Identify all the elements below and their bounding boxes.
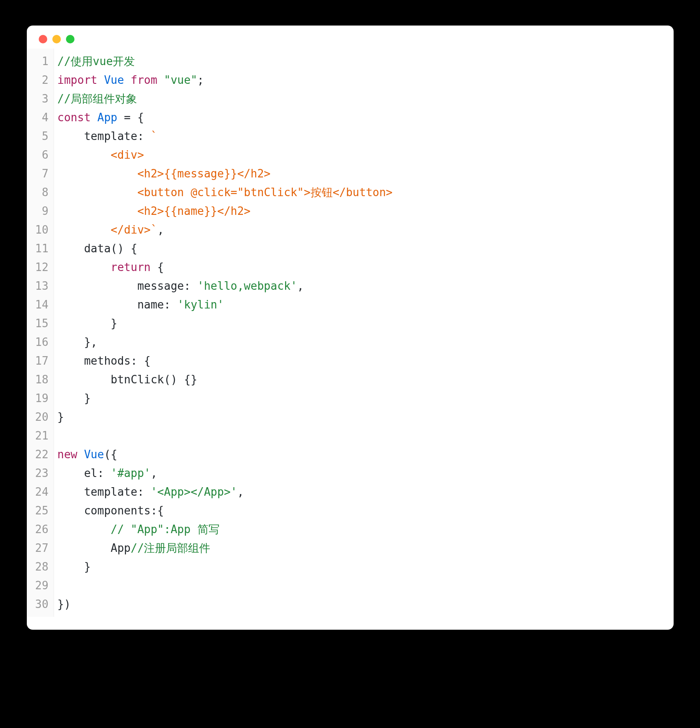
close-icon[interactable] <box>39 35 47 43</box>
code-token: '#app' <box>111 467 151 480</box>
line-number: 6 <box>35 146 49 164</box>
code-token: components:{ <box>57 504 164 517</box>
line-number: 23 <box>35 464 49 482</box>
code-token: , <box>151 467 157 480</box>
minimize-icon[interactable] <box>52 35 61 43</box>
code-token: }, <box>57 336 97 348</box>
line-number: 21 <box>35 426 49 445</box>
line-number: 25 <box>35 501 49 520</box>
line-number: 12 <box>35 258 49 277</box>
code-token: const <box>57 111 91 124</box>
code-token: { <box>151 261 164 274</box>
line-number: 29 <box>35 576 49 595</box>
line-number: 2 <box>35 71 49 89</box>
window-titlebar <box>27 26 674 49</box>
code-token: <div> <box>57 148 144 161</box>
code-content[interactable]: //使用vue开发import Vue from "vue";//局部组件对象c… <box>54 49 674 617</box>
code-token: new <box>57 448 77 461</box>
line-number: 7 <box>35 164 49 183</box>
code-token: 'kylin' <box>177 298 224 311</box>
code-token: } <box>57 392 91 405</box>
code-token: App <box>57 542 131 554</box>
code-token: ({ <box>104 448 117 461</box>
code-token: //使用vue开发 <box>57 55 135 68</box>
code-area: 1 2 3 4 5 6 7 8 9 10 11 12 13 14 15 16 1… <box>27 49 674 630</box>
line-number: 28 <box>35 557 49 576</box>
line-number: 18 <box>35 370 49 389</box>
code-token: 'hello,webpack' <box>197 280 297 292</box>
line-number: 10 <box>35 220 49 239</box>
code-token: el: <box>57 467 111 480</box>
line-number: 5 <box>35 127 49 146</box>
line-number: 8 <box>35 183 49 202</box>
code-token: name: <box>57 298 177 311</box>
line-number: 26 <box>35 520 49 539</box>
code-token: , <box>237 485 244 498</box>
maximize-icon[interactable] <box>66 35 74 43</box>
line-number: 22 <box>35 445 49 464</box>
code-token: import <box>57 74 97 86</box>
line-number: 27 <box>35 539 49 557</box>
code-token: </div> <box>57 223 151 236</box>
code-token <box>57 261 111 274</box>
line-number: 20 <box>35 408 49 426</box>
code-token: template: <box>57 485 151 498</box>
code-window: 1 2 3 4 5 6 7 8 9 10 11 12 13 14 15 16 1… <box>27 26 674 630</box>
code-token: return <box>111 261 151 274</box>
code-token: btnClick() {} <box>57 373 197 386</box>
line-number-gutter: 1 2 3 4 5 6 7 8 9 10 11 12 13 14 15 16 1… <box>27 49 54 617</box>
line-number: 11 <box>35 239 49 258</box>
code-token: } <box>57 411 64 423</box>
code-token: '<App></App>' <box>151 485 237 498</box>
line-number: 14 <box>35 295 49 314</box>
code-token: } <box>57 317 117 330</box>
code-token: <h2>{{name}}</h2> <box>57 205 251 217</box>
code-token: , <box>297 280 304 292</box>
line-number: 4 <box>35 108 49 127</box>
code-token: ` <box>151 130 157 143</box>
code-token: <h2>{{message}}</h2> <box>57 167 271 180</box>
code-token: = { <box>117 111 144 124</box>
code-token: message: <box>57 280 197 292</box>
code-token: //注册局部组件 <box>131 542 210 554</box>
code-token: ` <box>151 223 157 236</box>
code-token: , <box>157 223 164 236</box>
line-number: 1 <box>35 52 49 71</box>
line-number: 9 <box>35 202 49 220</box>
line-number: 30 <box>35 595 49 614</box>
code-token: template: <box>57 130 151 143</box>
code-token: data() { <box>57 242 137 255</box>
code-token: <button @click="btnClick">按钮</button> <box>57 186 393 199</box>
line-number: 16 <box>35 333 49 351</box>
code-token: methods: { <box>57 354 151 367</box>
code-token: } <box>57 560 91 573</box>
code-token: from <box>131 74 157 86</box>
code-token: Vue <box>104 74 124 86</box>
line-number: 13 <box>35 277 49 295</box>
code-token: // "App":App 简写 <box>111 523 220 536</box>
line-number: 3 <box>35 89 49 108</box>
line-number: 15 <box>35 314 49 333</box>
line-number: 17 <box>35 351 49 370</box>
code-token <box>57 523 111 536</box>
code-token: App <box>97 111 117 124</box>
code-token: //局部组件对象 <box>57 92 137 105</box>
code-token: ; <box>197 74 204 86</box>
code-token: Vue <box>77 448 104 461</box>
code-token: }) <box>57 598 71 611</box>
line-number: 19 <box>35 389 49 408</box>
line-number: 24 <box>35 482 49 501</box>
code-token: "vue" <box>164 74 197 86</box>
